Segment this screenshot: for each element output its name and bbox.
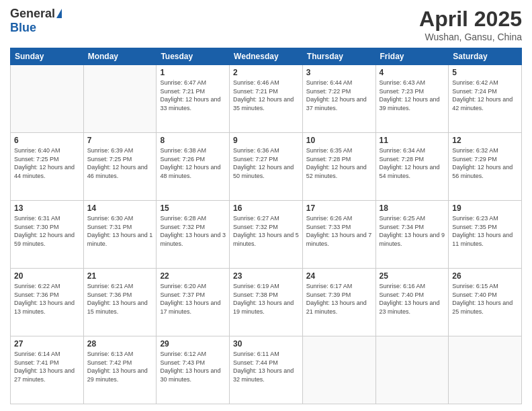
- table-row: [83, 65, 157, 133]
- table-row: 17Sunrise: 6:26 AM Sunset: 7:33 PM Dayli…: [302, 201, 375, 269]
- day-number: 6: [14, 136, 80, 145]
- day-info: Sunrise: 6:15 AM Sunset: 7:40 PM Dayligh…: [452, 282, 518, 316]
- calendar-week-3: 13Sunrise: 6:31 AM Sunset: 7:30 PM Dayli…: [11, 201, 522, 269]
- day-info: Sunrise: 6:12 AM Sunset: 7:43 PM Dayligh…: [160, 350, 226, 383]
- table-row: [375, 336, 449, 404]
- day-info: Sunrise: 6:40 AM Sunset: 7:25 PM Dayligh…: [14, 146, 80, 180]
- header-monday: Monday: [83, 48, 157, 65]
- table-row: 18Sunrise: 6:25 AM Sunset: 7:34 PM Dayli…: [375, 201, 449, 269]
- title-block: April 2025 Wushan, Gansu, China: [419, 7, 522, 42]
- page: General Blue April 2025 Wushan, Gansu, C…: [0, 0, 532, 411]
- day-info: Sunrise: 6:42 AM Sunset: 7:24 PM Dayligh…: [452, 79, 518, 112]
- day-info: Sunrise: 6:31 AM Sunset: 7:30 PM Dayligh…: [14, 214, 80, 248]
- logo-blue-text: Blue: [10, 21, 36, 35]
- day-number: 13: [14, 203, 80, 213]
- table-row: [11, 65, 84, 133]
- day-info: Sunrise: 6:46 AM Sunset: 7:21 PM Dayligh…: [233, 79, 299, 112]
- day-number: 16: [233, 203, 299, 213]
- header-wednesday: Wednesday: [230, 48, 303, 65]
- day-number: 2: [233, 68, 299, 77]
- table-row: 9Sunrise: 6:36 AM Sunset: 7:27 PM Daylig…: [230, 133, 303, 201]
- calendar-week-1: 1Sunrise: 6:47 AM Sunset: 7:21 PM Daylig…: [11, 65, 522, 133]
- header-sunday: Sunday: [11, 48, 84, 65]
- day-info: Sunrise: 6:21 AM Sunset: 7:36 PM Dayligh…: [87, 282, 153, 316]
- day-number: 15: [160, 203, 226, 213]
- day-number: 5: [452, 68, 518, 77]
- logo: General Blue: [10, 7, 62, 35]
- table-row: 12Sunrise: 6:32 AM Sunset: 7:29 PM Dayli…: [449, 133, 522, 201]
- table-row: 24Sunrise: 6:17 AM Sunset: 7:39 PM Dayli…: [302, 269, 375, 336]
- day-number: 23: [233, 271, 299, 281]
- table-row: 10Sunrise: 6:35 AM Sunset: 7:28 PM Dayli…: [302, 133, 375, 201]
- title-location: Wushan, Gansu, China: [419, 32, 522, 42]
- table-row: 23Sunrise: 6:19 AM Sunset: 7:38 PM Dayli…: [230, 269, 303, 336]
- day-number: 17: [306, 203, 372, 213]
- table-row: 19Sunrise: 6:23 AM Sunset: 7:35 PM Dayli…: [449, 201, 522, 269]
- day-number: 25: [380, 271, 445, 281]
- calendar-week-5: 27Sunrise: 6:14 AM Sunset: 7:41 PM Dayli…: [11, 336, 522, 404]
- table-row: 3Sunrise: 6:44 AM Sunset: 7:22 PM Daylig…: [302, 65, 375, 133]
- day-number: 24: [306, 271, 372, 281]
- day-info: Sunrise: 6:26 AM Sunset: 7:33 PM Dayligh…: [306, 214, 372, 248]
- day-info: Sunrise: 6:35 AM Sunset: 7:28 PM Dayligh…: [306, 146, 372, 180]
- day-info: Sunrise: 6:23 AM Sunset: 7:35 PM Dayligh…: [452, 214, 518, 248]
- day-info: Sunrise: 6:14 AM Sunset: 7:41 PM Dayligh…: [14, 350, 80, 383]
- day-info: Sunrise: 6:20 AM Sunset: 7:37 PM Dayligh…: [160, 282, 226, 316]
- day-info: Sunrise: 6:16 AM Sunset: 7:40 PM Dayligh…: [380, 282, 445, 316]
- day-number: 11: [380, 136, 445, 145]
- table-row: [302, 336, 375, 404]
- table-row: 27Sunrise: 6:14 AM Sunset: 7:41 PM Dayli…: [11, 336, 84, 404]
- day-info: Sunrise: 6:17 AM Sunset: 7:39 PM Dayligh…: [306, 282, 372, 316]
- day-info: Sunrise: 6:27 AM Sunset: 7:32 PM Dayligh…: [233, 214, 299, 248]
- table-row: 15Sunrise: 6:28 AM Sunset: 7:32 PM Dayli…: [157, 201, 230, 269]
- table-row: 13Sunrise: 6:31 AM Sunset: 7:30 PM Dayli…: [11, 201, 84, 269]
- day-info: Sunrise: 6:19 AM Sunset: 7:38 PM Dayligh…: [233, 282, 299, 316]
- day-info: Sunrise: 6:43 AM Sunset: 7:23 PM Dayligh…: [380, 79, 445, 112]
- logo-general-text: General: [10, 7, 55, 21]
- day-info: Sunrise: 6:25 AM Sunset: 7:34 PM Dayligh…: [380, 214, 445, 248]
- title-month: April 2025: [419, 7, 522, 32]
- table-row: 30Sunrise: 6:11 AM Sunset: 7:44 PM Dayli…: [230, 336, 303, 404]
- table-row: 2Sunrise: 6:46 AM Sunset: 7:21 PM Daylig…: [230, 65, 303, 133]
- table-row: 22Sunrise: 6:20 AM Sunset: 7:37 PM Dayli…: [157, 269, 230, 336]
- day-number: 4: [380, 68, 445, 77]
- table-row: 4Sunrise: 6:43 AM Sunset: 7:23 PM Daylig…: [375, 65, 449, 133]
- header: General Blue April 2025 Wushan, Gansu, C…: [10, 7, 522, 42]
- day-number: 19: [452, 203, 518, 213]
- table-row: 25Sunrise: 6:16 AM Sunset: 7:40 PM Dayli…: [375, 269, 449, 336]
- day-number: 3: [306, 68, 372, 77]
- day-number: 20: [14, 271, 80, 281]
- table-row: 1Sunrise: 6:47 AM Sunset: 7:21 PM Daylig…: [157, 65, 230, 133]
- table-row: 26Sunrise: 6:15 AM Sunset: 7:40 PM Dayli…: [449, 269, 522, 336]
- table-row: 21Sunrise: 6:21 AM Sunset: 7:36 PM Dayli…: [83, 269, 157, 336]
- day-info: Sunrise: 6:11 AM Sunset: 7:44 PM Dayligh…: [233, 350, 299, 383]
- day-number: 30: [233, 339, 299, 349]
- logo-triangle-icon: [56, 9, 62, 18]
- day-number: 10: [306, 136, 372, 145]
- day-info: Sunrise: 6:47 AM Sunset: 7:21 PM Dayligh…: [160, 79, 226, 112]
- table-row: 7Sunrise: 6:39 AM Sunset: 7:25 PM Daylig…: [83, 133, 157, 201]
- table-row: 6Sunrise: 6:40 AM Sunset: 7:25 PM Daylig…: [11, 133, 84, 201]
- day-number: 7: [87, 136, 153, 145]
- day-info: Sunrise: 6:44 AM Sunset: 7:22 PM Dayligh…: [306, 79, 372, 112]
- day-number: 28: [87, 339, 153, 349]
- calendar-week-4: 20Sunrise: 6:22 AM Sunset: 7:36 PM Dayli…: [11, 269, 522, 336]
- table-row: 16Sunrise: 6:27 AM Sunset: 7:32 PM Dayli…: [230, 201, 303, 269]
- weekday-header-row: Sunday Monday Tuesday Wednesday Thursday…: [11, 48, 522, 65]
- day-info: Sunrise: 6:30 AM Sunset: 7:31 PM Dayligh…: [87, 214, 153, 248]
- day-info: Sunrise: 6:22 AM Sunset: 7:36 PM Dayligh…: [14, 282, 80, 316]
- day-info: Sunrise: 6:34 AM Sunset: 7:28 PM Dayligh…: [380, 146, 445, 180]
- day-number: 27: [14, 339, 80, 349]
- day-number: 14: [87, 203, 153, 213]
- header-thursday: Thursday: [302, 48, 375, 65]
- day-number: 26: [452, 271, 518, 281]
- day-number: 8: [160, 136, 226, 145]
- day-info: Sunrise: 6:13 AM Sunset: 7:42 PM Dayligh…: [87, 350, 153, 383]
- table-row: 14Sunrise: 6:30 AM Sunset: 7:31 PM Dayli…: [83, 201, 157, 269]
- day-info: Sunrise: 6:38 AM Sunset: 7:26 PM Dayligh…: [160, 146, 226, 180]
- calendar-week-2: 6Sunrise: 6:40 AM Sunset: 7:25 PM Daylig…: [11, 133, 522, 201]
- day-number: 12: [452, 136, 518, 145]
- table-row: 8Sunrise: 6:38 AM Sunset: 7:26 PM Daylig…: [157, 133, 230, 201]
- day-info: Sunrise: 6:39 AM Sunset: 7:25 PM Dayligh…: [87, 146, 153, 180]
- day-number: 9: [233, 136, 299, 145]
